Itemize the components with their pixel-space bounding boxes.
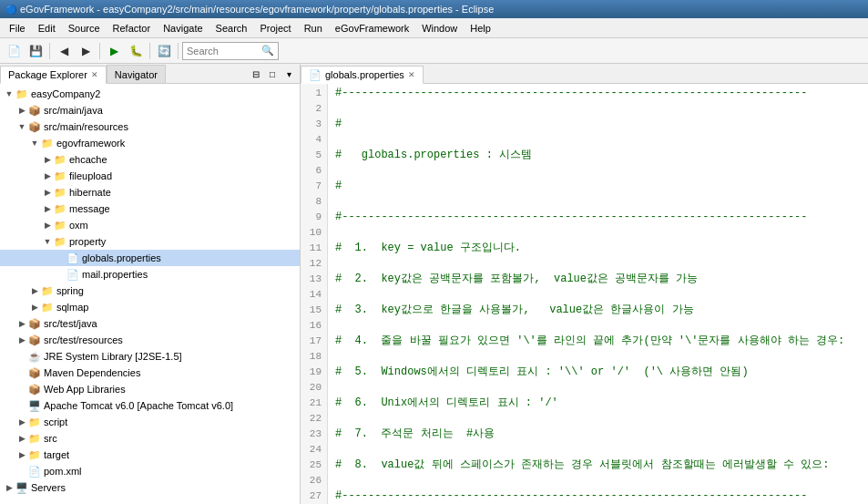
tree-item[interactable]: ▼📦src/main/resources	[0, 118, 300, 135]
code-line: # 2. key값은 공백문자를 포함볼가, value값은 공백문자를 가능	[335, 272, 861, 287]
code-line: # 6. Unix에서의 디렉토리 표시 : '/'	[335, 396, 861, 411]
menu-refactor[interactable]: Refactor	[107, 21, 157, 36]
toolbar-run-btn[interactable]: ▶	[104, 41, 124, 61]
menu-project[interactable]: Project	[254, 21, 296, 36]
tree-item-label: Web App Libraries	[44, 384, 126, 395]
tree-item[interactable]: 📄pom.xml	[0, 463, 300, 479]
tree-item-icon: 📄	[66, 267, 80, 282]
tree-item-label: Servers	[31, 482, 66, 493]
code-line: #---------------------------------------…	[335, 210, 861, 225]
tree-item-label: target	[44, 449, 69, 460]
editor-tab-bar: 📄 globals.properties ✕	[301, 64, 868, 84]
menu-egovframework[interactable]: eGovFramework	[330, 21, 414, 36]
tab-package-explorer-label: Package Explorer	[8, 69, 87, 80]
tree-item-icon: 📁	[15, 87, 29, 101]
toolbar-back-btn[interactable]: ◀	[54, 41, 74, 61]
tree-arrow-icon: ▶	[16, 319, 27, 328]
tree-item[interactable]: 📄globals.properties	[0, 250, 300, 266]
line-number: 25	[304, 458, 322, 473]
tree-item-icon: 📦	[27, 333, 42, 347]
tree-item-icon: 📦	[27, 316, 42, 331]
tree-item[interactable]: 📦Maven Dependencies	[0, 365, 300, 381]
tree-item[interactable]: ▶📁src	[0, 430, 300, 447]
tree-item[interactable]: ▶📁spring	[0, 283, 300, 299]
tree-item[interactable]: ▶📁ehcache	[0, 151, 300, 168]
tree-item-icon: 📄	[66, 251, 80, 265]
tree-item-icon: 🖥️	[15, 480, 29, 495]
tree-item[interactable]: 📦Web App Libraries	[0, 381, 300, 397]
search-input[interactable]	[187, 46, 260, 57]
tab-package-explorer[interactable]: Package Explorer ✕	[0, 66, 107, 84]
view-menu-icon[interactable]: ▾	[281, 67, 296, 81]
code-line: # 1. key = value 구조입니다.	[335, 241, 861, 256]
tree-item[interactable]: ▶📁sqlmap	[0, 299, 300, 315]
menu-edit[interactable]: Edit	[33, 21, 61, 36]
tab-package-explorer-close[interactable]: ✕	[91, 70, 98, 79]
tree-item-label: src/main/java	[44, 105, 103, 116]
main-layout: Package Explorer ✕ Navigator ⊟ □ ▾ ▼📁eas…	[0, 64, 868, 504]
code-editor[interactable]: 1 2 3 4 5 6 7 8 9 10 11 12 13 14 15 16 1…	[301, 84, 868, 504]
maximize-view-icon[interactable]: □	[265, 67, 280, 81]
code-line: # 4. 줄을 바꿀 필요가 있으면 '\'를 라인의 끝에 추가(만약 '\'…	[335, 334, 861, 349]
minimize-view-icon[interactable]: ⊟	[249, 67, 263, 81]
tree-item-icon: 📁	[27, 415, 42, 429]
tree-item[interactable]: ▶📁script	[0, 414, 300, 430]
tree-arrow-icon: ▶	[16, 335, 27, 345]
line-number: 2	[304, 101, 322, 117]
toolbar-new-btn[interactable]: 📄	[4, 41, 24, 61]
tree-item-label: pom.xml	[44, 466, 82, 477]
tree-item[interactable]: ▶📦src/main/java	[0, 102, 300, 118]
tree-item[interactable]: ☕JRE System Library [J2SE-1.5]	[0, 348, 300, 365]
line-number: 8	[304, 194, 322, 210]
tree-arrow-icon: ▶	[16, 417, 27, 427]
tree-item-icon: 📁	[40, 136, 55, 150]
code-content[interactable]: #---------------------------------------…	[328, 84, 868, 504]
toolbar-debug-btn[interactable]: 🐛	[126, 41, 146, 61]
menu-window[interactable]: Window	[416, 21, 463, 36]
menu-file[interactable]: File	[4, 21, 31, 36]
search-box[interactable]: 🔍	[182, 42, 279, 60]
toolbar-refresh-btn[interactable]: 🔄	[154, 41, 174, 61]
menu-source[interactable]: Source	[63, 21, 106, 36]
tab-navigator[interactable]: Navigator	[107, 65, 166, 83]
tree-item[interactable]: ▼📁property	[0, 233, 300, 250]
tree-item-icon: 📁	[40, 283, 55, 298]
toolbar-forward-btn[interactable]: ▶	[76, 41, 96, 61]
tree-item[interactable]: 🖥️Apache Tomcat v6.0 [Apache Tomcat v6.0…	[0, 397, 300, 414]
app-icon: 🔵	[5, 5, 16, 15]
line-number: 6	[304, 163, 322, 179]
tree-item[interactable]: ▼📁egovframework	[0, 135, 300, 151]
editor-tab-globals[interactable]: 📄 globals.properties ✕	[301, 66, 424, 84]
tree-item-icon: 📦	[27, 382, 42, 396]
tree-arrow-icon: ▼	[42, 237, 53, 246]
tree-item[interactable]: ▶📁hibernate	[0, 184, 300, 201]
editor-tab-close[interactable]: ✕	[408, 70, 415, 79]
menu-navigate[interactable]: Navigate	[158, 21, 208, 36]
menu-help[interactable]: Help	[465, 21, 496, 36]
tree-item[interactable]: ▶📁oxm	[0, 217, 300, 233]
menu-search[interactable]: Search	[210, 21, 253, 36]
tree-item-label: JRE System Library [J2SE-1.5]	[44, 351, 182, 362]
toolbar-save-btn[interactable]: 💾	[26, 41, 46, 61]
line-number: 11	[304, 241, 322, 256]
tree-item-label: ehcache	[69, 154, 107, 165]
code-line: # globals.properties : 시스템	[335, 148, 861, 163]
tree-item[interactable]: ▶📦src/test/resources	[0, 332, 300, 348]
line-number: 14	[304, 287, 322, 303]
search-icon: 🔍	[261, 45, 274, 57]
menu-bar: File Edit Source Refactor Navigate Searc…	[0, 18, 868, 38]
line-number: 19	[304, 365, 322, 380]
tree-item[interactable]: ▶📦src/test/java	[0, 315, 300, 332]
tree-item[interactable]: ▶🖥️Servers	[0, 479, 300, 496]
tree-item[interactable]: ▶📁message	[0, 201, 300, 217]
tree-item-icon: 📁	[40, 300, 55, 314]
tree-item[interactable]: ▶📁fileupload	[0, 168, 300, 184]
tree-item[interactable]: 📄mail.properties	[0, 266, 300, 283]
tree-item-icon: 📄	[27, 464, 42, 478]
tree-item-icon: 📦	[27, 365, 42, 380]
menu-run[interactable]: Run	[299, 21, 328, 36]
tree-item-label: property	[69, 236, 106, 247]
tree-arrow-icon: ▼	[16, 122, 27, 131]
tree-item[interactable]: ▼📁easyCompany2	[0, 86, 300, 102]
tree-item[interactable]: ▶📁target	[0, 447, 300, 463]
